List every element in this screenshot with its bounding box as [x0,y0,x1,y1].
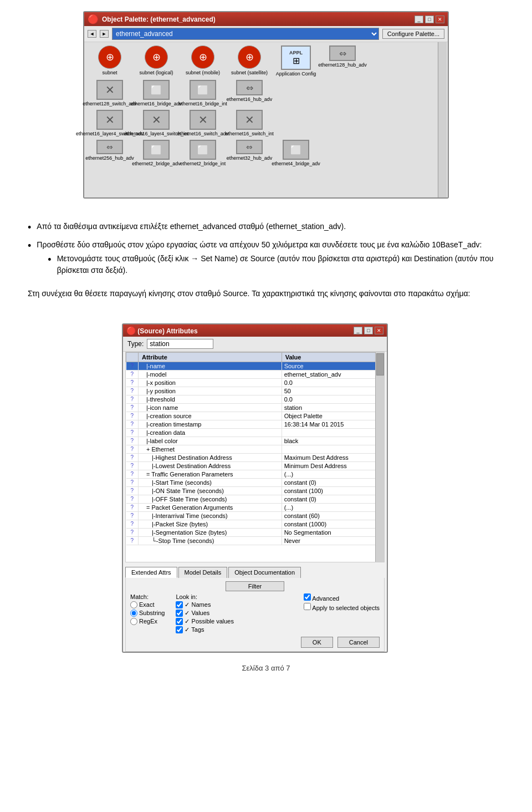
look-in-names-checkbox[interactable] [176,601,183,608]
ok-button[interactable]: OK [301,637,333,648]
look-in-values-checkbox[interactable] [176,610,183,617]
table-row[interactable]: ?|-OFF State Time (seconds)constant (0) [126,495,384,503]
list-item[interactable]: ⊕ subnet [88,45,132,77]
table-row[interactable]: ?|-Interarrival Time (seconds)constant (… [126,511,384,520]
row-icon-cell: ? [126,370,139,378]
row-icon-cell: ? [126,387,139,395]
forward-button[interactable]: ► [100,30,109,38]
table-row[interactable]: ?|-Highest Destination AddressMaximum De… [126,453,384,461]
row-attribute-cell: = Packet Generation Arguments [139,503,282,511]
filter-button[interactable]: Filter [226,581,284,591]
close-button[interactable]: ✕ [436,16,444,23]
match-exact-label: Exact [130,601,165,608]
col-value-header: Value [282,352,383,362]
row-icon-cell: ? [126,453,139,461]
row-attribute-cell: |-x position [139,378,282,387]
eth32-hub-label: ethernet32_hub_adv [227,155,273,161]
bridge-int-sym: ⬜ [197,85,208,95]
list-item[interactable]: ⇔ ethernet32_hub_adv [227,140,272,166]
tab-model-details[interactable]: Model Details [178,567,228,578]
ok-cancel-row: OK Cancel [130,637,380,648]
table-row[interactable]: ?└-Stop Time (seconds)Never [126,536,384,545]
list-item[interactable]: ✕ ethernet16_switch_adv [181,110,225,136]
advanced-checkbox[interactable] [304,593,311,601]
attr-maximize-button[interactable]: □ [364,327,373,334]
list-item[interactable]: ⊕ subnet (mobile) [181,45,225,77]
table-row[interactable]: ?|-Start Time (seconds)constant (0) [126,478,384,486]
table-row[interactable]: ?|-creation data [126,428,384,437]
table-row[interactable]: ?|-creation sourceObject Palette [126,412,384,420]
table-row[interactable]: ?|-x position0.0 [126,378,384,387]
table-row[interactable]: ?|-modelethernet_station_adv [126,370,384,378]
back-button[interactable]: ◄ [88,30,96,38]
match-regex-radio[interactable] [130,618,137,625]
minimize-button[interactable]: _ [415,16,423,23]
list-item[interactable]: ✕ ethernet128_switch_adv [88,80,132,106]
table-row[interactable]: ?|-Segmentation Size (bytes)No Segmentat… [126,528,384,536]
list-item[interactable]: ✕ ethernet16_switch_int [227,110,272,136]
table-row[interactable]: ?|-nameSource [126,362,384,370]
cancel-button[interactable]: Cancel [337,637,380,648]
list-item[interactable]: ⇔ ethernet16_hub_adv [227,80,272,106]
table-row[interactable]: ?|-icon namestation [126,403,384,412]
maximize-button[interactable]: □ [425,16,434,23]
row-icon-cell: ? [126,478,139,486]
look-in-tags-checkbox[interactable] [176,626,183,633]
eth4-bridge-adv-label: ethernet4_bridge_adv [272,161,320,166]
row-value-cell: Object Palette [282,412,383,420]
subnet-logical-icon: ⊕ [145,45,168,69]
switch-int-sym: ✕ [245,113,254,126]
look-in-names-text: ✓ Names [185,601,211,608]
table-row[interactable]: ?+ Ethernet [126,445,384,453]
palette-row-3: ✕ ethernet16_layer4_switch_adv ✕ etherne… [88,110,444,136]
apply-selected-checkbox[interactable] [304,603,311,610]
table-row[interactable]: ?= Traffic Generation Parameters(...) [126,470,384,478]
row-value-cell: 0.0 [282,378,383,387]
list-item[interactable]: ⊕ subnet (satellite) [227,45,272,77]
row-attribute-cell: |-threshold [139,395,282,403]
bullet-item-2: • Προσθέστε δύο σταθμούς στον χώρο εργασ… [28,239,504,281]
table-row[interactable]: ?|-Packet Size (bytes)constant (1000) [126,520,384,528]
list-item[interactable]: ⬜ ethernet2_bridge_adv [134,140,178,166]
table-row[interactable]: ?|-threshold0.0 [126,395,384,403]
list-item[interactable]: ⬜ ethernet16_bridge_adv [134,80,178,106]
attr-icon: 🔴 [126,326,136,335]
tab-object-documentation[interactable]: Object Documentation [228,567,301,578]
table-row[interactable]: ?|-label colorblack [126,437,384,445]
look-in-possible-checkbox[interactable] [176,618,183,625]
table-row[interactable]: ?|-ON State Time (seconds)constant (100) [126,486,384,495]
table-row[interactable]: ?|-creation timestamp16:38:14 Mar 01 201… [126,420,384,428]
list-item[interactable]: ⬜ ethernet2_bridge_int [181,140,225,166]
row-value-cell: constant (60) [282,511,383,520]
table-row[interactable]: ?|-y position50 [126,387,384,395]
attr-window: 🔴 (Source) Attributes _ □ ✕ Type: Attrib… [122,323,388,653]
list-item[interactable]: ⬜ ethernet4_bridge_adv [274,140,318,166]
attr-close-button[interactable]: ✕ [375,327,383,334]
row-attribute-cell: |-OFF State Time (seconds) [139,495,282,503]
row-attribute-cell: |-creation source [139,412,282,420]
list-item[interactable]: ⇔ ethernet256_hub_adv [88,140,132,166]
row-value-cell: Source [282,362,383,370]
attr-minimize-button[interactable]: _ [354,327,362,334]
look-in-tags-text: ✓ Tags [185,626,204,633]
table-row[interactable]: ?= Packet Generation Arguments(...) [126,503,384,511]
list-item[interactable]: ⬜ ethernet16_bridge_int [181,80,225,106]
attr-scrollbar[interactable] [375,352,384,562]
eth16-bridge-adv-icon: ⬜ [143,80,170,100]
list-item[interactable]: ✕ ethernet16_layer4_switch_int [134,110,178,136]
match-exact-radio[interactable] [130,601,137,608]
tab-extended-attrs[interactable]: Extended Attrs [125,567,177,578]
advanced-text: Advanced [312,595,339,602]
match-substring-radio[interactable] [130,610,137,617]
palette-scrollbar[interactable] [438,42,447,197]
palette-dropdown[interactable]: ethernet_advanced [112,28,379,40]
filter-right: Advanced Apply to selected objects [304,593,380,633]
row-icon-cell: ? [126,495,139,503]
table-row[interactable]: ?|-Lowest Destination AddressMinimum Des… [126,461,384,470]
type-input[interactable] [147,339,213,349]
configure-palette-button[interactable]: Configure Palette... [382,29,444,39]
list-item[interactable]: ⇔ ethernet128_hub_adv [320,45,365,77]
list-item[interactable]: ⊕ subnet (logical) [134,45,178,77]
palette-window: 🔴 Object Palette: (ethernet_advanced) _ … [83,11,449,199]
list-item[interactable]: APPL ⊞ Application Config [274,45,318,77]
